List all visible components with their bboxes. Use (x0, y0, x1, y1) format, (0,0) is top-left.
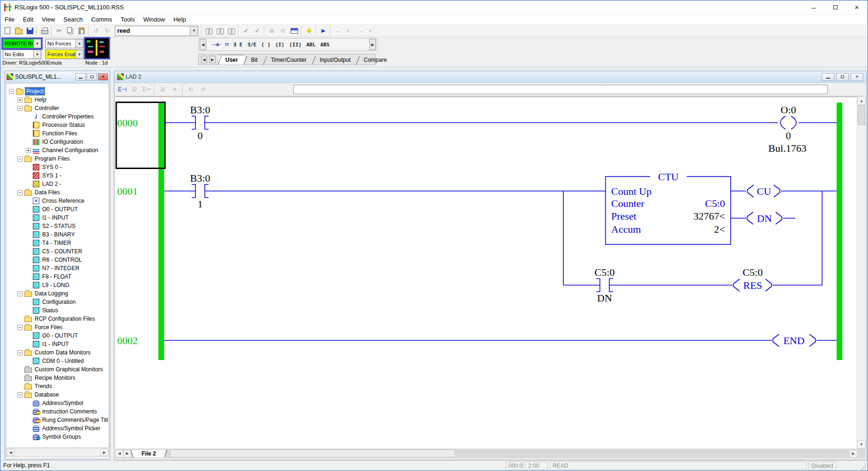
cancel-edit-button[interactable]: ✕ (169, 84, 181, 95)
tree-expander[interactable] (26, 333, 31, 339)
tree-item[interactable]: Cross Reference (7, 197, 108, 205)
tree-expander[interactable] (26, 173, 31, 178)
tree-item[interactable]: L9 - LONG (7, 281, 108, 289)
scroll-down-button[interactable]: ▼ (857, 440, 866, 449)
save-button[interactable] (24, 26, 36, 36)
sheet-tab-file2[interactable]: File 2 (133, 450, 165, 457)
tree-expander[interactable] (26, 241, 31, 246)
tree-expander[interactable] (9, 89, 14, 94)
tree-item[interactable]: Address/Symbol (7, 399, 108, 407)
tree-item[interactable]: SYS 0 - (7, 163, 108, 171)
tree-expander[interactable] (26, 401, 31, 406)
end-coil-label[interactable]: END (783, 335, 804, 346)
tree-item[interactable]: Custom Graphical Monitors (7, 365, 108, 374)
tree-expander[interactable] (26, 114, 31, 119)
abs-icon[interactable]: ABS (319, 41, 331, 49)
tree-expander[interactable] (26, 308, 31, 313)
lad2-restore-button[interactable] (836, 73, 849, 81)
rung-number[interactable]: 0000 (117, 117, 138, 129)
ctu-counter-value[interactable]: C5:0 (705, 198, 725, 209)
sheet-next-button[interactable]: ▶ (123, 450, 131, 457)
print-button[interactable] (39, 26, 50, 36)
rung-number[interactable]: 0002 (117, 335, 138, 346)
menu-item[interactable]: Edit (19, 15, 37, 24)
maximize-button[interactable] (824, 0, 846, 15)
palette-tabs-left-button[interactable]: ◀ (201, 56, 207, 63)
tree-expander[interactable] (26, 266, 31, 271)
tree-expander[interactable] (17, 190, 22, 195)
online-ladder-indicator[interactable] (85, 38, 109, 58)
verify-file-button[interactable]: ✓ (240, 26, 252, 36)
find-next-button[interactable] (215, 26, 226, 36)
tree-item[interactable]: O0 - OUTPUT (7, 205, 108, 213)
vscroll-thumb[interactable] (858, 105, 865, 125)
tree-expander[interactable] (26, 418, 31, 423)
undo-edit-button[interactable]: ↺ (197, 84, 209, 95)
search-input[interactable] (115, 27, 190, 34)
res-instruction-c5-0[interactable]: C5:0 RES (743, 266, 763, 291)
new-button[interactable] (2, 26, 13, 36)
insert-rung-button[interactable]: E⊣ (116, 84, 128, 95)
scroll-right-button[interactable]: ▶ (100, 449, 108, 456)
ctu-preset-value[interactable]: 32767< (694, 210, 725, 222)
tree-expander[interactable] (26, 409, 31, 414)
tree-expander[interactable] (26, 123, 31, 128)
tree-expander[interactable] (17, 392, 22, 397)
search-dropdown-button[interactable]: ▼ (190, 26, 198, 36)
tree-item[interactable]: Help (7, 96, 108, 104)
tree-item[interactable]: B3 - BINARY (7, 230, 108, 239)
edits-status-combo[interactable]: No Edits ▼ (3, 50, 41, 59)
xic-icon[interactable]: Ǝ E (232, 41, 244, 49)
zoom-out-button[interactable]: ⊖ (277, 26, 289, 36)
tree-item[interactable]: C5 - COUNTER (7, 247, 108, 256)
tree-item[interactable]: SYS 1 - (7, 171, 108, 180)
find-replace-button[interactable] (226, 26, 237, 36)
tree-item[interactable]: Program Files (7, 155, 108, 163)
tree-item[interactable]: I1 - INPUT (7, 340, 108, 348)
tree-expander[interactable] (17, 97, 22, 103)
palette-tab[interactable]: Compare (357, 55, 393, 65)
cut-button[interactable]: ✂ (53, 26, 65, 36)
tree-expander[interactable] (26, 182, 31, 187)
tree-expander[interactable] (17, 375, 22, 381)
lad2-minimize-button[interactable] (822, 73, 834, 81)
chevron-down-icon[interactable]: ▼ (75, 39, 83, 48)
tree-expander[interactable] (17, 367, 22, 372)
open-button[interactable] (13, 26, 24, 36)
tree-expander[interactable] (26, 224, 31, 229)
tree-item[interactable]: Processor Status (7, 121, 108, 129)
tree-item[interactable]: Controller Properties (7, 112, 108, 121)
redo-edit-button[interactable]: ↻ (185, 84, 197, 95)
copy-button[interactable] (65, 26, 76, 36)
palette-scroll-right-button[interactable]: ▶ (369, 39, 376, 50)
tree-expander[interactable] (26, 140, 31, 145)
chevron-down-icon[interactable]: ▼ (33, 50, 41, 59)
ote-icon[interactable]: ⟨ ⟩ (260, 41, 272, 49)
tree-expander[interactable] (26, 300, 31, 305)
instruction-entry-field[interactable] (293, 85, 828, 94)
processor-mode-combo[interactable]: REMOTE RUN ▼ (3, 39, 41, 48)
tree-expander[interactable] (26, 283, 31, 288)
project-restore-button[interactable] (87, 73, 97, 81)
menu-item[interactable]: File (0, 15, 19, 24)
tree-item[interactable]: Data Logging (7, 289, 108, 298)
menu-item[interactable]: View (37, 15, 59, 24)
paste-button[interactable] (76, 26, 87, 36)
project-minimize-button[interactable] (75, 73, 86, 81)
palette-scroll-left-button[interactable]: ◀ (200, 39, 206, 50)
menu-item[interactable]: Search (59, 15, 87, 24)
edit-rung-button[interactable]: E∕ (128, 84, 141, 95)
new-component-button[interactable]: + (303, 26, 314, 36)
tree-expander[interactable] (26, 207, 31, 212)
tree-expander[interactable] (26, 148, 31, 153)
cu-coil-label[interactable]: CU (757, 185, 771, 197)
tree-item[interactable]: T4 - TIMER (7, 239, 108, 247)
zoom-in-button[interactable]: ⊕ (266, 26, 277, 36)
tree-item[interactable]: S2 - STATUS (7, 222, 108, 230)
redo-button[interactable]: ↻ (102, 26, 113, 36)
menu-item[interactable]: Comms (87, 15, 117, 24)
tree-item[interactable]: Function Files (7, 129, 108, 138)
tree-item[interactable]: Rung Comments/Page Title (7, 416, 108, 424)
nav-forward-menu-button[interactable]: ▾ (366, 26, 377, 36)
tree-item[interactable]: LAD 2 - (7, 180, 108, 188)
